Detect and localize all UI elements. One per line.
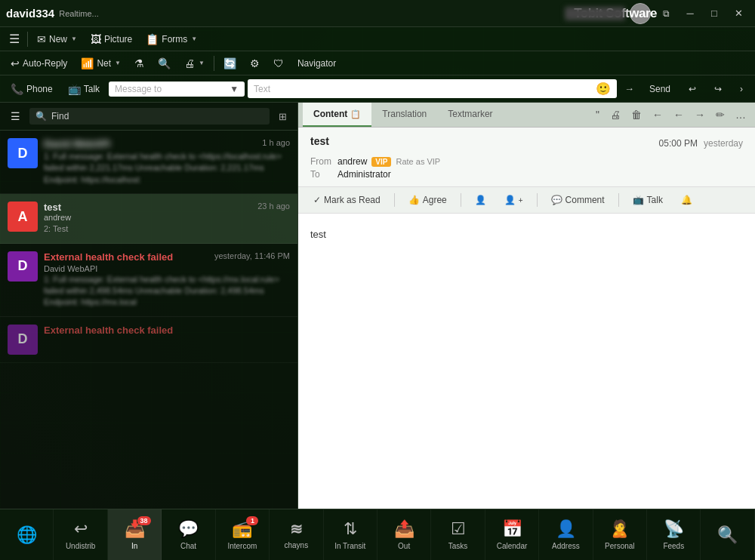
taskbar-item-global[interactable]: 🌐 [0, 509, 54, 560]
taskbar-item-in-transit[interactable]: ⇅ In Transit [324, 509, 378, 560]
refresh-button[interactable]: 🔄 [217, 55, 242, 72]
taskbar-item-feeds[interactable]: 📡 Feeds [647, 509, 701, 560]
taskbar-item-search[interactable]: 🔍 [701, 509, 754, 560]
search-button[interactable]: 🔍 [152, 55, 177, 72]
divider1 [27, 32, 28, 47]
picture-button[interactable]: 🖼 Picture [85, 31, 138, 48]
taskbar-item-calendar[interactable]: 📅 Calendar [485, 509, 539, 560]
filter-button[interactable]: ⚗ [128, 55, 150, 72]
tabs-right: " 🖨 🗑 ← ← → ✏ … [591, 106, 750, 124]
delete-button[interactable]: 🗑 [627, 106, 646, 124]
assign-icon: 👤 [475, 195, 486, 205]
forward-icon: ↪ [714, 84, 722, 94]
mark-read-button[interactable]: ✓ Mark as Read [307, 192, 387, 208]
shield-button[interactable]: 🛡 [267, 55, 290, 72]
taskbar-item-intercom[interactable]: 📻 1 Intercom [216, 509, 270, 560]
from-value: andrew [337, 156, 367, 167]
nav-right-btn[interactable]: › [732, 81, 750, 97]
talk-action-button[interactable]: 📺 Talk [627, 192, 669, 208]
new-button[interactable]: ✉ New ▼ [31, 31, 83, 48]
tab-content[interactable]: Content 📋 [303, 103, 371, 127]
chat-icon: 💬 [178, 519, 199, 539]
forms-icon: 📋 [146, 33, 159, 45]
print-button[interactable]: 🖨 [606, 106, 625, 124]
content-tabs-bar: Content 📋 Translation Textmarker " 🖨 🗑 ←… [298, 103, 755, 128]
in-transit-icon: ⇅ [344, 519, 357, 539]
feeds-icon: 📡 [664, 519, 684, 539]
tabs-left: Content 📋 Translation Textmarker [303, 103, 504, 127]
tab-translation[interactable]: Translation [371, 103, 437, 127]
taskbar-item-chayns[interactable]: ≋ chayns [270, 509, 323, 560]
picture-icon: 🖼 [91, 33, 101, 45]
list-item[interactable]: A test andrew 23 h ago 2: Test [0, 194, 297, 243]
taskbar-item-personal[interactable]: 🙎 Personal [593, 509, 647, 560]
navigator-button[interactable]: Navigator [291, 56, 342, 71]
tab-textmarker[interactable]: Textmarker [437, 103, 503, 127]
phone-label: Phone [26, 84, 53, 94]
talk-button[interactable]: 📺 Talk [62, 81, 106, 97]
phone-button[interactable]: 📞 Phone [5, 81, 59, 97]
taskbar-item-address[interactable]: 👤 Address [539, 509, 593, 560]
prev-button[interactable]: ← [669, 106, 689, 124]
to-row: To Administrator [310, 169, 743, 180]
forward-btn[interactable]: ↪ [707, 81, 729, 97]
list-item[interactable]: D External health check failed [0, 317, 297, 363]
list-item[interactable]: D External health check failed yesterday… [0, 244, 297, 317]
list-menu-icon[interactable]: ☰ [6, 107, 25, 125]
talk-action-label: Talk [647, 195, 663, 205]
forms-button[interactable]: 📋 Forms ▼ [140, 31, 203, 48]
address-icon: 👤 [556, 519, 576, 539]
message-header: test andrew 23 h ago [44, 202, 290, 222]
more-button[interactable]: … [731, 106, 750, 124]
message-header: External health check failed yesterday, … [44, 251, 290, 263]
restore-button[interactable]: ⧉ [655, 6, 676, 21]
net-label: Net [97, 58, 111, 69]
pencil-button[interactable]: ✏ [711, 106, 729, 124]
list-header: ☰ 🔍 Find ⊞ [0, 103, 297, 131]
send-button[interactable]: Send [642, 81, 678, 97]
autoreply-button[interactable]: ↩ Auto-Reply [5, 55, 73, 72]
taskbar-item-tasks[interactable]: ☑ Tasks [431, 509, 485, 560]
personal-label: Personal [605, 542, 634, 550]
taskbar-item-chat[interactable]: 💬 Chat [162, 509, 215, 560]
assign-button[interactable]: 👤 [469, 192, 492, 208]
avatar: D [8, 251, 38, 282]
list-filter-button[interactable]: ⊞ [274, 109, 291, 125]
net-button[interactable]: 📶 Net ▼ [75, 55, 127, 72]
from-label: From [310, 156, 333, 167]
phone-icon: 📞 [11, 83, 23, 95]
taskbar-item-out[interactable]: 📤 Out [378, 509, 431, 560]
close-button[interactable]: ✕ [728, 6, 749, 21]
autoreply-label: Auto-Reply [23, 58, 67, 69]
bell-button[interactable]: 🔔 [675, 192, 698, 208]
back-action-button[interactable]: ← [648, 106, 667, 124]
sender-name: External health check failed [44, 325, 173, 336]
action-sep4 [618, 193, 619, 207]
username-blurred [565, 7, 625, 20]
message-content: test andrew 23 h ago 2: Test [44, 202, 290, 235]
message-detail-panel: Content 📋 Translation Textmarker " 🖨 🗑 ←… [298, 103, 755, 509]
undistrib-label: Undistrib [66, 542, 95, 550]
taskbar-item-undistrib[interactable]: ↩ Undistrib [54, 509, 107, 560]
comment-button[interactable]: 💬 Comment [545, 192, 611, 208]
picture-label: Picture [104, 34, 132, 45]
maximize-button[interactable]: □ [704, 6, 725, 21]
message-to-select[interactable]: Message to ▼ [109, 82, 245, 97]
list-item[interactable]: D David WebAPI 1 h ago 1: Full message: … [0, 131, 297, 194]
titlebar-left: david334 Realtime... [6, 7, 99, 20]
intercom-icon: 📻 1 [232, 519, 252, 539]
minimize-button[interactable]: ─ [680, 6, 701, 21]
checkmark-icon: ✓ [313, 195, 321, 205]
add-contact-button[interactable]: 👤 + [498, 192, 529, 208]
find-search-box[interactable]: 🔍 Find [29, 108, 270, 125]
back-btn[interactable]: ↩ [681, 81, 704, 97]
message-text-field[interactable]: Text 🙂 [248, 79, 617, 98]
scan-button[interactable]: 🖨 ▼ [178, 55, 211, 72]
hamburger-menu[interactable]: ☰ [5, 29, 24, 49]
settings-button[interactable]: ⚙ [244, 55, 266, 72]
quote-button[interactable]: " [591, 106, 604, 124]
rate-vip-button[interactable]: Rate as VIP [396, 157, 440, 166]
taskbar-item-in[interactable]: 📥 38 In [108, 509, 162, 560]
agree-button[interactable]: 👍 Agree [402, 192, 453, 208]
next-button[interactable]: → [690, 106, 710, 124]
